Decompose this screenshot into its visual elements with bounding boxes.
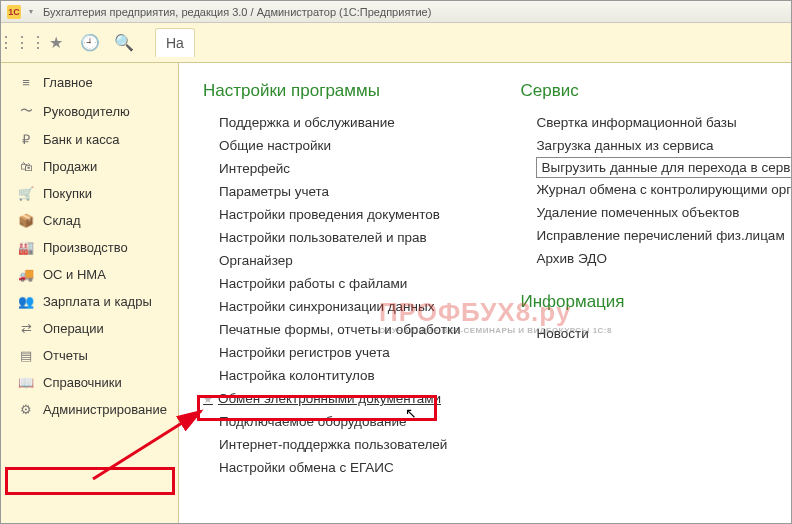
link-sync-settings[interactable]: Настройки синхронизации данных <box>219 295 460 318</box>
search-icon[interactable]: 🔍 <box>109 28 139 58</box>
apps-grid-icon[interactable]: ⋮⋮⋮ <box>7 28 37 58</box>
info-heading: Информация <box>520 292 791 312</box>
truck-icon: 🚚 <box>17 267 35 282</box>
link-fix-transfers[interactable]: Исправление перечислений физ.лицам <box>536 224 791 247</box>
menu-icon: ≡ <box>17 75 35 90</box>
sidebar-item-label: Операции <box>43 321 104 336</box>
tab-start[interactable]: На <box>155 28 195 57</box>
sidebar-item-catalogs[interactable]: 📖Справочники <box>1 369 178 396</box>
sidebar-item-warehouse[interactable]: 📦Склад <box>1 207 178 234</box>
link-db-rollup[interactable]: Свертка информационной базы <box>536 111 791 134</box>
link-delete-marked[interactable]: Удаление помеченных объектов <box>536 201 791 224</box>
sidebar-item-label: Главное <box>43 75 93 90</box>
factory-icon: 🏭 <box>17 240 35 255</box>
report-icon: ▤ <box>17 348 35 363</box>
sidebar-item-label: Банк и касса <box>43 132 120 147</box>
link-edo-exchange[interactable]: Обмен электронными документами <box>219 387 460 410</box>
link-export-service[interactable]: Выгрузить данные для перехода в сервис <box>536 157 791 178</box>
content-area: ПРОФБУХ8.ру ОБУЧАЮЩИЕ ВЕБ-СЕМИНАРЫ И ВИД… <box>179 63 791 523</box>
sidebar-item-administration[interactable]: ⚙Администрирование <box>1 396 178 423</box>
link-egais[interactable]: Настройки обмена с ЕГАИС <box>219 456 460 479</box>
link-accounting-params[interactable]: Параметры учета <box>219 180 460 203</box>
settings-heading: Настройки программы <box>203 81 460 101</box>
sidebar-item-bank[interactable]: ₽Банк и касса <box>1 126 178 153</box>
sidebar-item-reports[interactable]: ▤Отчеты <box>1 342 178 369</box>
ruble-icon: ₽ <box>17 132 35 147</box>
history-clock-icon[interactable]: 🕘 <box>75 28 105 58</box>
navigation-sidebar: ≡Главное 〜Руководителю ₽Банк и касса 🛍Пр… <box>1 63 179 523</box>
sidebar-item-label: Отчеты <box>43 348 88 363</box>
cart-icon: 🛒 <box>17 186 35 201</box>
sidebar-item-assets[interactable]: 🚚ОС и НМА <box>1 261 178 288</box>
window-title-text: Бухгалтерия предприятия, редакция 3.0 / … <box>43 6 431 18</box>
sidebar-item-purchases[interactable]: 🛒Покупки <box>1 180 178 207</box>
swap-icon: ⇄ <box>17 321 35 336</box>
people-icon: 👥 <box>17 294 35 309</box>
link-load-service[interactable]: Загрузка данных из сервиса <box>536 134 791 157</box>
sidebar-item-main[interactable]: ≡Главное <box>1 69 178 96</box>
sidebar-item-label: Администрирование <box>43 402 167 417</box>
sidebar-item-operations[interactable]: ⇄Операции <box>1 315 178 342</box>
settings-column: Настройки программы Поддержка и обслужив… <box>203 81 460 479</box>
gear-icon: ⚙ <box>17 402 35 417</box>
sidebar-item-manager[interactable]: 〜Руководителю <box>1 96 178 126</box>
book-icon: 📖 <box>17 375 35 390</box>
chart-icon: 〜 <box>17 102 35 120</box>
link-regulator-log[interactable]: Журнал обмена с контролирующими органами <box>536 178 791 201</box>
sidebar-item-production[interactable]: 🏭Производство <box>1 234 178 261</box>
sidebar-item-label: Справочники <box>43 375 122 390</box>
sidebar-item-label: Покупки <box>43 186 92 201</box>
sidebar-item-sales[interactable]: 🛍Продажи <box>1 153 178 180</box>
service-heading: Сервис <box>520 81 791 101</box>
main-toolbar: ⋮⋮⋮ ★ 🕘 🔍 На <box>1 23 791 63</box>
link-support[interactable]: Поддержка и обслуживание <box>219 111 460 134</box>
sidebar-item-label: Руководителю <box>43 104 130 119</box>
box-icon: 📦 <box>17 213 35 228</box>
link-organizer[interactable]: Органайзер <box>219 249 460 272</box>
app-icon: 1C <box>7 5 21 19</box>
link-edo-archive[interactable]: Архив ЭДО <box>536 247 791 270</box>
window-title-bar: 1C ▾ Бухгалтерия предприятия, редакция 3… <box>1 1 791 23</box>
bag-icon: 🛍 <box>17 159 35 174</box>
link-register-settings[interactable]: Настройки регистров учета <box>219 341 460 364</box>
title-dropdown-icon[interactable]: ▾ <box>25 6 37 18</box>
sidebar-item-label: Зарплата и кадры <box>43 294 152 309</box>
sidebar-item-label: Производство <box>43 240 128 255</box>
link-document-posting[interactable]: Настройки проведения документов <box>219 203 460 226</box>
link-file-settings[interactable]: Настройки работы с файлами <box>219 272 460 295</box>
service-column: Сервис Свертка информационной базы Загру… <box>520 81 791 479</box>
link-peripherals[interactable]: Подключаемое оборудование <box>219 410 460 433</box>
link-print-forms[interactable]: Печатные формы, отчеты и обработки <box>219 318 460 341</box>
link-news[interactable]: Новости <box>536 322 791 345</box>
sidebar-item-label: ОС и НМА <box>43 267 106 282</box>
link-internet-support[interactable]: Интернет-поддержка пользователей <box>219 433 460 456</box>
link-interface[interactable]: Интерфейс <box>219 157 460 180</box>
favorites-star-icon[interactable]: ★ <box>41 28 71 58</box>
link-user-rights[interactable]: Настройки пользователей и прав <box>219 226 460 249</box>
link-header-footer[interactable]: Настройка колонтитулов <box>219 364 460 387</box>
sidebar-item-hr[interactable]: 👥Зарплата и кадры <box>1 288 178 315</box>
sidebar-item-label: Продажи <box>43 159 97 174</box>
link-general-settings[interactable]: Общие настройки <box>219 134 460 157</box>
sidebar-item-label: Склад <box>43 213 81 228</box>
